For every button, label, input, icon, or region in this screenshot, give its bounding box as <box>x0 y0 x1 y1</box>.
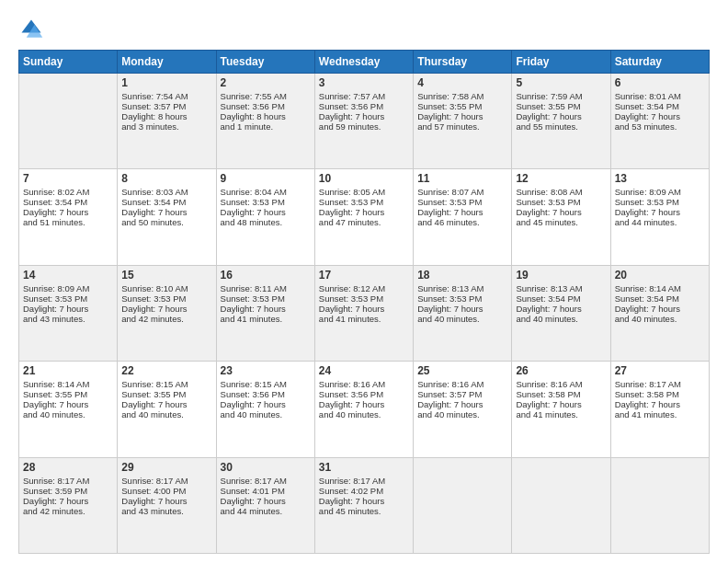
day-info-line: and 46 minutes. <box>417 217 507 227</box>
day-info-line: Daylight: 7 hours <box>516 399 606 409</box>
day-info-line: and 40 minutes. <box>516 314 606 324</box>
day-info-line: Sunrise: 8:13 AM <box>417 283 507 293</box>
day-info-line: Daylight: 7 hours <box>615 304 705 314</box>
day-number: 30 <box>221 461 311 474</box>
day-info-line: Sunrise: 8:01 AM <box>615 91 705 101</box>
day-info-line: Sunset: 3:55 PM <box>23 389 113 399</box>
day-info-line: Sunset: 3:54 PM <box>615 293 705 304</box>
day-info-line: Sunset: 4:01 PM <box>221 486 311 496</box>
day-info-line: Sunset: 3:58 PM <box>615 389 705 399</box>
page: SundayMondayTuesdayWednesdayThursdayFrid… <box>0 0 728 563</box>
calendar-cell <box>414 457 512 553</box>
calendar-cell <box>19 74 118 169</box>
day-info-line: Sunset: 3:58 PM <box>516 389 606 399</box>
day-info-line: and 53 minutes. <box>615 121 705 132</box>
day-number: 17 <box>319 269 409 282</box>
day-info-line: Sunset: 3:56 PM <box>221 101 311 111</box>
day-info-line: Daylight: 7 hours <box>221 304 311 314</box>
day-info-line: Sunrise: 8:17 AM <box>121 476 211 486</box>
day-info-line: Daylight: 7 hours <box>615 207 705 217</box>
day-number: 6 <box>615 76 705 89</box>
day-info-line: Daylight: 8 hours <box>121 111 211 121</box>
day-info-line: Sunset: 3:57 PM <box>417 389 507 399</box>
day-info-line: Daylight: 7 hours <box>23 304 113 314</box>
day-info-line: Daylight: 7 hours <box>615 399 705 409</box>
day-number: 24 <box>319 364 409 377</box>
calendar-cell: 1Sunrise: 7:54 AMSunset: 3:57 PMDaylight… <box>118 74 216 169</box>
day-info-line: Sunrise: 8:13 AM <box>516 283 606 293</box>
calendar-week-row: 1Sunrise: 7:54 AMSunset: 3:57 PMDaylight… <box>19 74 710 169</box>
day-info-line: Sunset: 3:53 PM <box>221 197 311 207</box>
day-info-line: Sunrise: 8:17 AM <box>221 476 311 486</box>
calendar-cell: 17Sunrise: 8:12 AMSunset: 3:53 PMDayligh… <box>314 265 413 361</box>
day-info-line: Daylight: 7 hours <box>319 304 409 314</box>
day-info-line: Sunrise: 8:16 AM <box>417 379 507 389</box>
day-info-line: and 41 minutes. <box>319 314 409 324</box>
day-info-line: Sunrise: 8:03 AM <box>121 187 211 197</box>
day-info-line: Daylight: 7 hours <box>319 111 409 121</box>
calendar-cell: 24Sunrise: 8:16 AMSunset: 3:56 PMDayligh… <box>314 362 413 457</box>
day-info-line: and 41 minutes. <box>615 409 705 419</box>
day-info-line: and 40 minutes. <box>319 409 409 419</box>
calendar-cell: 11Sunrise: 8:07 AMSunset: 3:53 PMDayligh… <box>414 169 512 265</box>
day-info-line: Sunrise: 8:15 AM <box>121 379 211 389</box>
day-info-line: Sunrise: 8:12 AM <box>319 283 409 293</box>
day-info-line: and 43 minutes. <box>121 506 211 516</box>
day-info-line: Sunset: 3:56 PM <box>319 101 409 111</box>
day-info-line: Sunrise: 7:55 AM <box>221 91 311 101</box>
day-number: 15 <box>121 269 211 282</box>
day-number: 3 <box>319 76 409 89</box>
day-number: 28 <box>23 461 113 474</box>
day-info-line: Sunrise: 8:15 AM <box>221 379 311 389</box>
calendar-header-row: SundayMondayTuesdayWednesdayThursdayFrid… <box>19 51 710 74</box>
day-number: 5 <box>516 76 606 89</box>
day-number: 18 <box>417 269 507 282</box>
calendar-cell: 2Sunrise: 7:55 AMSunset: 3:56 PMDaylight… <box>216 74 314 169</box>
day-info-line: Sunrise: 8:07 AM <box>417 187 507 197</box>
calendar-cell: 23Sunrise: 8:15 AMSunset: 3:56 PMDayligh… <box>216 362 314 457</box>
day-info-line: Sunrise: 8:14 AM <box>615 283 705 293</box>
day-number: 9 <box>221 172 311 185</box>
day-info-line: Daylight: 7 hours <box>121 207 211 217</box>
calendar-cell: 22Sunrise: 8:15 AMSunset: 3:55 PMDayligh… <box>118 362 216 457</box>
day-info-line: Daylight: 7 hours <box>221 496 311 506</box>
day-info-line: Sunset: 3:53 PM <box>417 293 507 304</box>
day-number: 11 <box>417 172 507 185</box>
calendar-table: SundayMondayTuesdayWednesdayThursdayFrid… <box>18 50 710 554</box>
day-info-line: and 51 minutes. <box>23 217 113 227</box>
day-info-line: and 3 minutes. <box>121 121 211 132</box>
day-info-line: and 42 minutes. <box>121 314 211 324</box>
day-info-line: and 57 minutes. <box>417 121 507 132</box>
day-number: 19 <box>516 269 606 282</box>
day-info-line: Sunrise: 8:16 AM <box>319 379 409 389</box>
day-info-line: and 41 minutes. <box>221 314 311 324</box>
day-info-line: Sunset: 3:54 PM <box>615 101 705 111</box>
calendar-cell: 27Sunrise: 8:17 AMSunset: 3:58 PMDayligh… <box>610 362 709 457</box>
day-info-line: Sunrise: 8:10 AM <box>121 283 211 293</box>
day-info-line: and 59 minutes. <box>319 121 409 132</box>
day-info-line: Sunset: 3:55 PM <box>516 101 606 111</box>
day-info-line: and 40 minutes. <box>417 409 507 419</box>
day-info-line: Sunset: 3:54 PM <box>516 293 606 304</box>
day-info-line: Daylight: 7 hours <box>417 304 507 314</box>
calendar-cell: 19Sunrise: 8:13 AMSunset: 3:54 PMDayligh… <box>512 265 610 361</box>
day-info-line: Daylight: 7 hours <box>615 111 705 121</box>
weekday-header: Sunday <box>19 51 118 74</box>
calendar-cell <box>512 457 610 553</box>
calendar-cell: 12Sunrise: 8:08 AMSunset: 3:53 PMDayligh… <box>512 169 610 265</box>
day-info-line: and 45 minutes. <box>516 217 606 227</box>
day-info-line: and 50 minutes. <box>121 217 211 227</box>
day-info-line: and 40 minutes. <box>417 314 507 324</box>
day-number: 31 <box>319 461 409 474</box>
calendar-week-row: 7Sunrise: 8:02 AMSunset: 3:54 PMDaylight… <box>19 169 710 265</box>
day-info-line: Sunrise: 7:54 AM <box>121 91 211 101</box>
weekday-header: Monday <box>118 51 216 74</box>
day-info-line: Sunrise: 8:09 AM <box>615 187 705 197</box>
day-info-line: Sunset: 3:53 PM <box>221 293 311 304</box>
calendar-cell: 3Sunrise: 7:57 AMSunset: 3:56 PMDaylight… <box>314 74 413 169</box>
calendar-cell: 30Sunrise: 8:17 AMSunset: 4:01 PMDayligh… <box>216 457 314 553</box>
day-info-line: and 44 minutes. <box>221 506 311 516</box>
day-info-line: Sunset: 3:59 PM <box>23 486 113 496</box>
calendar-cell: 20Sunrise: 8:14 AMSunset: 3:54 PMDayligh… <box>610 265 709 361</box>
day-info-line: Sunset: 3:56 PM <box>319 389 409 399</box>
